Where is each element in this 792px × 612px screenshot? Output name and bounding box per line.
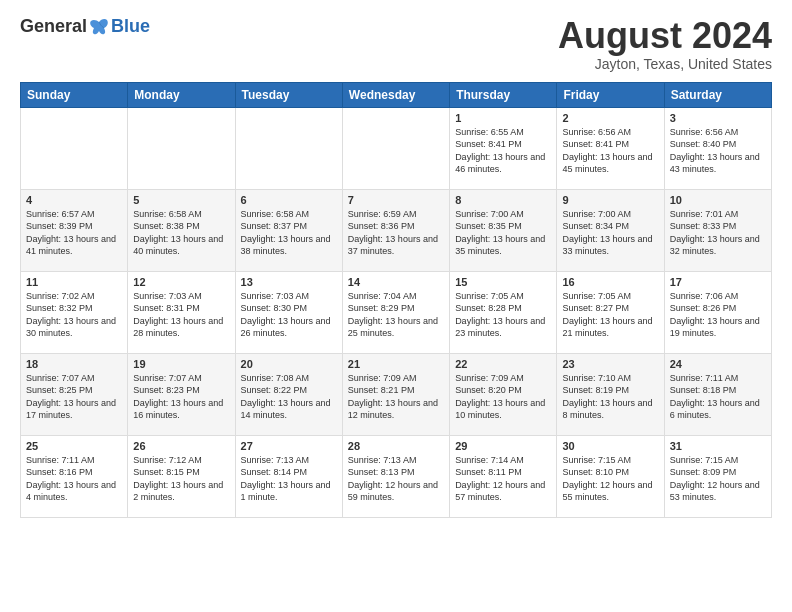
day-number: 20 [241, 358, 337, 370]
day-number: 30 [562, 440, 658, 452]
calendar-cell: 28Sunrise: 7:13 AM Sunset: 8:13 PM Dayli… [342, 435, 449, 517]
calendar-row-4: 18Sunrise: 7:07 AM Sunset: 8:25 PM Dayli… [21, 353, 772, 435]
col-monday: Monday [128, 82, 235, 107]
day-info: Sunrise: 7:05 AM Sunset: 8:28 PM Dayligh… [455, 290, 551, 340]
col-wednesday: Wednesday [342, 82, 449, 107]
logo: General Blue [20, 16, 150, 37]
day-number: 17 [670, 276, 766, 288]
day-number: 19 [133, 358, 229, 370]
calendar-cell: 19Sunrise: 7:07 AM Sunset: 8:23 PM Dayli… [128, 353, 235, 435]
day-info: Sunrise: 7:15 AM Sunset: 8:10 PM Dayligh… [562, 454, 658, 504]
day-number: 8 [455, 194, 551, 206]
calendar-cell: 25Sunrise: 7:11 AM Sunset: 8:16 PM Dayli… [21, 435, 128, 517]
calendar-header-row: Sunday Monday Tuesday Wednesday Thursday… [21, 82, 772, 107]
calendar-cell: 4Sunrise: 6:57 AM Sunset: 8:39 PM Daylig… [21, 189, 128, 271]
col-friday: Friday [557, 82, 664, 107]
calendar-cell: 15Sunrise: 7:05 AM Sunset: 8:28 PM Dayli… [450, 271, 557, 353]
calendar-cell: 23Sunrise: 7:10 AM Sunset: 8:19 PM Dayli… [557, 353, 664, 435]
calendar-cell: 14Sunrise: 7:04 AM Sunset: 8:29 PM Dayli… [342, 271, 449, 353]
day-number: 5 [133, 194, 229, 206]
calendar-cell [342, 107, 449, 189]
bird-icon [89, 18, 111, 36]
logo-blue: Blue [111, 16, 150, 37]
day-info: Sunrise: 6:56 AM Sunset: 8:40 PM Dayligh… [670, 126, 766, 176]
day-info: Sunrise: 7:06 AM Sunset: 8:26 PM Dayligh… [670, 290, 766, 340]
day-info: Sunrise: 7:12 AM Sunset: 8:15 PM Dayligh… [133, 454, 229, 504]
day-info: Sunrise: 7:15 AM Sunset: 8:09 PM Dayligh… [670, 454, 766, 504]
calendar-cell: 2Sunrise: 6:56 AM Sunset: 8:41 PM Daylig… [557, 107, 664, 189]
day-info: Sunrise: 7:02 AM Sunset: 8:32 PM Dayligh… [26, 290, 122, 340]
day-number: 14 [348, 276, 444, 288]
day-info: Sunrise: 7:11 AM Sunset: 8:18 PM Dayligh… [670, 372, 766, 422]
day-number: 11 [26, 276, 122, 288]
day-number: 28 [348, 440, 444, 452]
calendar-cell: 9Sunrise: 7:00 AM Sunset: 8:34 PM Daylig… [557, 189, 664, 271]
calendar-cell: 21Sunrise: 7:09 AM Sunset: 8:21 PM Dayli… [342, 353, 449, 435]
calendar-cell: 30Sunrise: 7:15 AM Sunset: 8:10 PM Dayli… [557, 435, 664, 517]
calendar-cell: 24Sunrise: 7:11 AM Sunset: 8:18 PM Dayli… [664, 353, 771, 435]
day-number: 27 [241, 440, 337, 452]
day-number: 1 [455, 112, 551, 124]
day-info: Sunrise: 7:00 AM Sunset: 8:34 PM Dayligh… [562, 208, 658, 258]
day-number: 13 [241, 276, 337, 288]
calendar-cell: 1Sunrise: 6:55 AM Sunset: 8:41 PM Daylig… [450, 107, 557, 189]
calendar-cell: 16Sunrise: 7:05 AM Sunset: 8:27 PM Dayli… [557, 271, 664, 353]
day-number: 9 [562, 194, 658, 206]
col-sunday: Sunday [21, 82, 128, 107]
day-number: 31 [670, 440, 766, 452]
day-number: 3 [670, 112, 766, 124]
day-info: Sunrise: 7:01 AM Sunset: 8:33 PM Dayligh… [670, 208, 766, 258]
page-container: General Blue August 2024 Jayton, Texas, … [0, 0, 792, 612]
day-info: Sunrise: 7:08 AM Sunset: 8:22 PM Dayligh… [241, 372, 337, 422]
calendar-cell: 17Sunrise: 7:06 AM Sunset: 8:26 PM Dayli… [664, 271, 771, 353]
calendar-cell: 27Sunrise: 7:13 AM Sunset: 8:14 PM Dayli… [235, 435, 342, 517]
calendar-row-1: 1Sunrise: 6:55 AM Sunset: 8:41 PM Daylig… [21, 107, 772, 189]
day-info: Sunrise: 7:14 AM Sunset: 8:11 PM Dayligh… [455, 454, 551, 504]
calendar-row-3: 11Sunrise: 7:02 AM Sunset: 8:32 PM Dayli… [21, 271, 772, 353]
calendar-cell: 31Sunrise: 7:15 AM Sunset: 8:09 PM Dayli… [664, 435, 771, 517]
calendar-cell: 20Sunrise: 7:08 AM Sunset: 8:22 PM Dayli… [235, 353, 342, 435]
calendar-cell: 10Sunrise: 7:01 AM Sunset: 8:33 PM Dayli… [664, 189, 771, 271]
day-info: Sunrise: 7:11 AM Sunset: 8:16 PM Dayligh… [26, 454, 122, 504]
day-info: Sunrise: 6:56 AM Sunset: 8:41 PM Dayligh… [562, 126, 658, 176]
day-number: 24 [670, 358, 766, 370]
day-number: 29 [455, 440, 551, 452]
title-section: August 2024 Jayton, Texas, United States [558, 16, 772, 72]
day-info: Sunrise: 7:07 AM Sunset: 8:23 PM Dayligh… [133, 372, 229, 422]
calendar-row-5: 25Sunrise: 7:11 AM Sunset: 8:16 PM Dayli… [21, 435, 772, 517]
day-info: Sunrise: 6:58 AM Sunset: 8:37 PM Dayligh… [241, 208, 337, 258]
month-title: August 2024 [558, 16, 772, 56]
calendar-cell: 12Sunrise: 7:03 AM Sunset: 8:31 PM Dayli… [128, 271, 235, 353]
day-info: Sunrise: 6:55 AM Sunset: 8:41 PM Dayligh… [455, 126, 551, 176]
logo-general: General [20, 16, 87, 37]
day-number: 15 [455, 276, 551, 288]
day-info: Sunrise: 6:58 AM Sunset: 8:38 PM Dayligh… [133, 208, 229, 258]
day-info: Sunrise: 7:04 AM Sunset: 8:29 PM Dayligh… [348, 290, 444, 340]
calendar-cell: 13Sunrise: 7:03 AM Sunset: 8:30 PM Dayli… [235, 271, 342, 353]
day-number: 26 [133, 440, 229, 452]
day-info: Sunrise: 7:03 AM Sunset: 8:30 PM Dayligh… [241, 290, 337, 340]
day-info: Sunrise: 7:05 AM Sunset: 8:27 PM Dayligh… [562, 290, 658, 340]
calendar-row-2: 4Sunrise: 6:57 AM Sunset: 8:39 PM Daylig… [21, 189, 772, 271]
day-number: 10 [670, 194, 766, 206]
day-number: 4 [26, 194, 122, 206]
day-info: Sunrise: 6:57 AM Sunset: 8:39 PM Dayligh… [26, 208, 122, 258]
calendar-cell: 26Sunrise: 7:12 AM Sunset: 8:15 PM Dayli… [128, 435, 235, 517]
calendar-cell: 8Sunrise: 7:00 AM Sunset: 8:35 PM Daylig… [450, 189, 557, 271]
calendar-cell [21, 107, 128, 189]
day-info: Sunrise: 7:00 AM Sunset: 8:35 PM Dayligh… [455, 208, 551, 258]
calendar-cell [128, 107, 235, 189]
day-info: Sunrise: 7:03 AM Sunset: 8:31 PM Dayligh… [133, 290, 229, 340]
calendar-cell: 29Sunrise: 7:14 AM Sunset: 8:11 PM Dayli… [450, 435, 557, 517]
col-tuesday: Tuesday [235, 82, 342, 107]
calendar-table: Sunday Monday Tuesday Wednesday Thursday… [20, 82, 772, 518]
location: Jayton, Texas, United States [558, 56, 772, 72]
calendar-cell: 5Sunrise: 6:58 AM Sunset: 8:38 PM Daylig… [128, 189, 235, 271]
col-thursday: Thursday [450, 82, 557, 107]
day-number: 6 [241, 194, 337, 206]
day-number: 21 [348, 358, 444, 370]
day-info: Sunrise: 7:09 AM Sunset: 8:20 PM Dayligh… [455, 372, 551, 422]
day-number: 25 [26, 440, 122, 452]
page-header: General Blue August 2024 Jayton, Texas, … [20, 16, 772, 72]
calendar-cell: 18Sunrise: 7:07 AM Sunset: 8:25 PM Dayli… [21, 353, 128, 435]
